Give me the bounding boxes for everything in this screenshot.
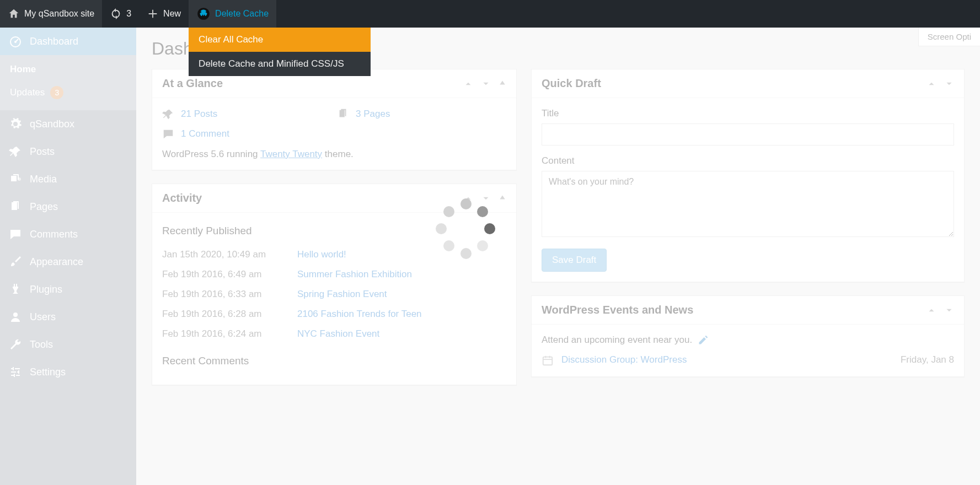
glance-pages[interactable]: 3 Pages xyxy=(337,108,506,120)
sidebar-label-posts: Posts xyxy=(30,146,55,158)
sidebar-label-appearance: Appearance xyxy=(30,256,83,268)
sidebar-label-pages: Pages xyxy=(30,201,58,213)
chevron-down-icon[interactable] xyxy=(481,79,491,89)
user-icon xyxy=(9,310,22,324)
sidebar-sub-home[interactable]: Home xyxy=(0,58,136,80)
glance-comments[interactable]: 1 Comment xyxy=(162,128,331,140)
refresh-icon xyxy=(110,8,122,20)
sidebar-label-qsandbox: qSandbox xyxy=(30,118,74,130)
sidebar-item-comments[interactable]: Comments xyxy=(0,220,136,248)
event-title[interactable]: Discussion Group: WordPress xyxy=(561,354,893,365)
screen-options-tab[interactable]: Screen Opti xyxy=(918,28,980,46)
chevron-up-icon[interactable] xyxy=(927,79,936,89)
submenu-clear-all-cache[interactable]: Clear All Cache xyxy=(189,28,371,52)
svg-rect-4 xyxy=(543,357,553,365)
activity-post-date: Feb 19th 2016, 6:49 am xyxy=(162,269,281,280)
pencil-icon[interactable] xyxy=(698,335,709,346)
activity-post-row: Feb 19th 2016, 6:24 amNYC Fashion Event xyxy=(162,324,506,344)
sidebar-item-media[interactable]: Media xyxy=(0,165,136,193)
chevron-down-icon[interactable] xyxy=(944,79,954,89)
adminbar-new-label: New xyxy=(163,9,181,19)
sidebar-item-users[interactable]: Users xyxy=(0,303,136,331)
activity-post-date: Feb 19th 2016, 6:28 am xyxy=(162,309,281,320)
box-events: WordPress Events and News Attend an upco… xyxy=(531,295,965,377)
svg-point-3 xyxy=(13,312,18,317)
glance-posts[interactable]: 21 Posts xyxy=(162,108,331,120)
adminbar-site-name: My qSandbox site xyxy=(24,9,94,19)
triangle-up-icon[interactable] xyxy=(499,193,506,203)
event-date: Friday, Jan 8 xyxy=(901,354,954,365)
submenu-delete-cache-minified[interactable]: Delete Cache and Minified CSS/JS xyxy=(189,52,371,76)
comment-icon xyxy=(9,228,22,241)
activity-post-row: Feb 19th 2016, 6:49 amSummer Fashion Exh… xyxy=(162,265,506,284)
chevron-down-icon[interactable] xyxy=(944,305,954,315)
activity-title: Activity xyxy=(162,192,202,204)
glance-pages-link[interactable]: 3 Pages xyxy=(356,109,390,120)
sidebar-label-tools: Tools xyxy=(30,339,53,351)
draft-content-label: Content xyxy=(542,155,954,166)
sidebar-item-pages[interactable]: Pages xyxy=(0,193,136,220)
triangle-up-icon[interactable] xyxy=(499,79,506,89)
activity-post-title[interactable]: NYC Fashion Event xyxy=(297,328,379,340)
sidebar-label-dashboard: Dashboard xyxy=(30,36,78,47)
at-a-glance-title: At a Glance xyxy=(162,77,223,90)
activity-post-title[interactable]: Summer Fashion Exhibition xyxy=(297,269,412,280)
box-at-a-glance: At a Glance 21 Posts xyxy=(152,69,517,170)
wrench-icon xyxy=(9,338,22,351)
adminbar-updates[interactable]: 3 xyxy=(102,0,139,28)
sidebar-item-plugins[interactable]: Plugins xyxy=(0,276,136,303)
sidebar-label-users: Users xyxy=(30,311,56,323)
adminbar-delete-cache[interactable]: Delete Cache xyxy=(189,0,276,28)
activity-post-date: Feb 19th 2016, 6:24 am xyxy=(162,328,281,340)
sidebar-label-comments: Comments xyxy=(30,229,78,240)
adminbar-site[interactable]: My qSandbox site xyxy=(0,0,102,28)
activity-post-title[interactable]: Hello world! xyxy=(297,249,346,260)
wp-version: WordPress 5.6 running Twenty Twenty them… xyxy=(162,149,506,160)
activity-post-row: Feb 19th 2016, 6:33 amSpring Fashion Eve… xyxy=(162,284,506,304)
admin-menu: Dashboard Home Updates 3 qSandbox Posts … xyxy=(0,28,136,485)
sidebar-item-dashboard[interactable]: Dashboard xyxy=(0,28,136,55)
sidebar-sub-updates[interactable]: Updates 3 xyxy=(0,80,136,105)
gauge-icon xyxy=(9,35,22,48)
activity-post-title[interactable]: 2106 Fashion Trends for Teen xyxy=(297,309,422,320)
brush-icon xyxy=(9,255,22,268)
plug-icon xyxy=(9,283,22,296)
events-title: WordPress Events and News xyxy=(542,304,693,316)
draft-content-textarea[interactable] xyxy=(542,171,954,237)
recent-comments-header: Recent Comments xyxy=(162,355,506,367)
calendar-icon xyxy=(542,354,554,367)
svg-point-2 xyxy=(14,41,17,43)
sidebar-label-plugins: Plugins xyxy=(30,284,62,295)
loading-spinner xyxy=(436,198,496,259)
activity-post-date: Feb 19th 2016, 6:33 am xyxy=(162,289,281,300)
activity-post-row: Feb 19th 2016, 6:28 am2106 Fashion Trend… xyxy=(162,304,506,324)
media-icon xyxy=(9,173,22,186)
updates-badge: 3 xyxy=(50,86,63,99)
adminbar-delete-cache-label: Delete Cache xyxy=(215,9,269,19)
sidebar-sub-updates-label: Updates xyxy=(10,87,45,98)
sidebar-item-tools[interactable]: Tools xyxy=(0,331,136,358)
page-icon xyxy=(337,108,349,120)
pin-icon xyxy=(9,145,22,158)
chevron-up-icon[interactable] xyxy=(463,79,473,89)
adminbar-updates-count: 3 xyxy=(126,9,131,19)
sidebar-item-posts[interactable]: Posts xyxy=(0,138,136,165)
pin-icon xyxy=(162,108,174,120)
sidebar-item-settings[interactable]: Settings xyxy=(0,358,136,386)
theme-link[interactable]: Twenty Twenty xyxy=(260,149,322,159)
sidebar-submenu-dashboard: Home Updates 3 xyxy=(0,55,136,110)
quick-draft-title: Quick Draft xyxy=(542,77,601,90)
sidebar-item-appearance[interactable]: Appearance xyxy=(0,248,136,276)
comment-icon xyxy=(162,128,174,140)
sidebar-item-qsandbox[interactable]: qSandbox xyxy=(0,110,136,138)
adminbar-new[interactable]: New xyxy=(139,0,189,28)
glance-comments-link[interactable]: 1 Comment xyxy=(181,128,229,139)
chevron-up-icon[interactable] xyxy=(927,305,936,315)
glance-posts-link[interactable]: 21 Posts xyxy=(181,109,217,120)
draft-title-input[interactable] xyxy=(542,123,954,146)
plus-icon xyxy=(147,8,159,20)
sliders-icon xyxy=(9,365,22,379)
save-draft-button[interactable]: Save Draft xyxy=(542,249,607,272)
cache-plugin-icon xyxy=(196,7,211,21)
activity-post-title[interactable]: Spring Fashion Event xyxy=(297,289,387,300)
